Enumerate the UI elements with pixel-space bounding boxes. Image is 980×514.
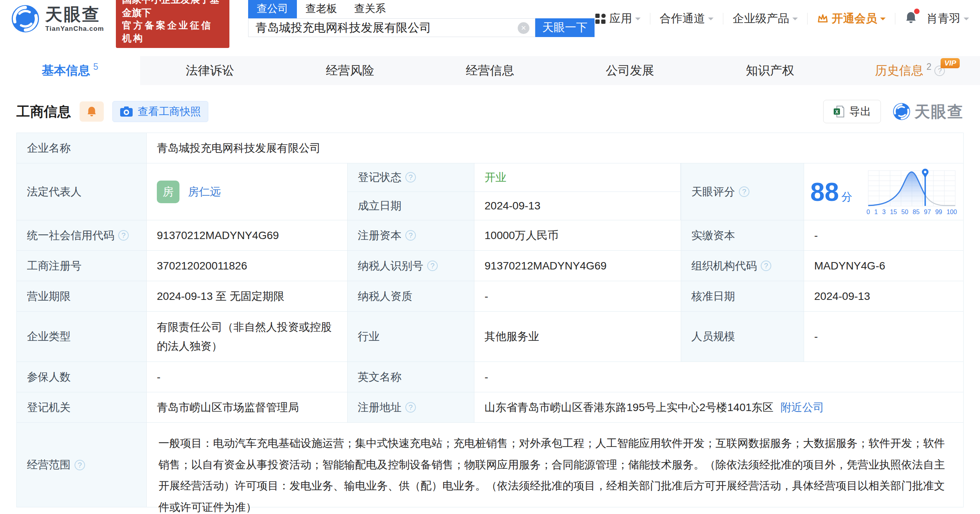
help-icon[interactable]: ?	[405, 172, 416, 183]
tick-label: 0	[866, 209, 870, 216]
table-row: 法定代表人 房 房仁远 登记状态 ? 开业 成立日期 2024-09-13 天眼…	[17, 163, 963, 220]
search-button[interactable]: 天眼一下	[535, 18, 595, 37]
tab-intellectual-property[interactable]: 知识产权	[700, 56, 840, 85]
business-term-label: 营业期限	[17, 281, 147, 311]
tab-legal-litigation-label: 法律诉讼	[186, 62, 234, 79]
business-info-table: 企业名称 青岛城投充电网科技发展有限公司 法定代表人 房 房仁远 登记状态 ? …	[16, 133, 964, 507]
tab-basic-info-label: 基本信息	[42, 62, 90, 79]
legal-rep-link[interactable]: 房仁远	[188, 184, 221, 199]
tab-business-info-label: 经营信息	[466, 62, 514, 79]
menu-open-vip[interactable]: 开通会员	[817, 11, 886, 27]
menu-apps-label: 应用	[609, 11, 632, 27]
help-icon[interactable]: ?	[75, 460, 85, 470]
reg-status-label: 登记状态	[358, 170, 401, 185]
tab-business-risk[interactable]: 经营风险	[280, 56, 420, 85]
approval-date-label: 核准日期	[681, 281, 804, 311]
taxpayer-id-value: 91370212MADYNY4G69	[474, 251, 681, 281]
export-button[interactable]: X 导出	[823, 100, 881, 123]
paid-capital-value: -	[804, 220, 963, 250]
taxpayer-id-label: 纳税人识别号	[358, 259, 423, 273]
insured-count-value: -	[147, 362, 348, 392]
legal-rep-avatar[interactable]: 房	[157, 181, 179, 203]
menu-cooperation-label: 合作通道	[660, 11, 705, 27]
business-snapshot-button[interactable]: 查看工商快照	[112, 101, 208, 122]
table-row: 工商注册号 370212020011826 纳税人识别号 ? 91370212M…	[17, 251, 963, 281]
search-box: ×	[248, 18, 535, 37]
search-tab-company[interactable]: 查公司	[248, 0, 297, 18]
industry-value: 其他服务业	[474, 312, 681, 362]
staff-size-value: -	[804, 312, 963, 362]
tick-label: 85	[913, 209, 920, 216]
top-header: 天眼查 TianYanCha.com 国家中小企业发展子基金旗下 官方备案企业征…	[0, 0, 980, 37]
tab-history-info-count: 2	[927, 62, 932, 72]
tick-label: 100	[946, 209, 957, 216]
tab-history-info[interactable]: VIP 历史信息 2 ?	[840, 56, 980, 85]
chevron-down-icon	[880, 18, 886, 23]
logo-text: 天眼查	[45, 6, 104, 23]
section-header: 工商信息 查看工商快照 X 导出	[16, 100, 964, 123]
search-tab-relation[interactable]: 查关系	[346, 0, 394, 18]
help-icon[interactable]: ?	[118, 230, 129, 241]
reg-number-value: 370212020011826	[147, 251, 348, 281]
company-nav-tabs: 基本信息 5 法律诉讼 经营风险 经营信息 公司发展 知识产权 VIP 历史信息…	[0, 56, 980, 85]
apps-grid-icon	[595, 13, 606, 25]
search-tabs: 查公司 查老板 查关系	[248, 3, 595, 18]
export-label: 导出	[849, 104, 871, 119]
tab-business-info[interactable]: 经营信息	[420, 56, 560, 85]
tab-business-risk-label: 经营风险	[326, 62, 374, 79]
help-icon[interactable]: ?	[739, 186, 749, 197]
help-icon[interactable]: ?	[761, 261, 771, 271]
menu-apps[interactable]: 应用	[595, 11, 641, 27]
user-menu[interactable]: 肖青羽	[927, 11, 969, 27]
vip-badge: VIP	[941, 58, 960, 68]
menu-enterprise-products[interactable]: 企业级产品	[733, 11, 798, 27]
table-row: 经营范围 ? 一般项目：电动汽车充电基础设施运营；集中式快速充电站；充电桩销售；…	[17, 423, 963, 507]
chevron-down-icon	[708, 18, 714, 23]
tab-legal-litigation[interactable]: 法律诉讼	[140, 56, 280, 85]
search-input[interactable]	[249, 19, 535, 37]
notifications-bell[interactable]	[905, 11, 917, 27]
crown-icon	[817, 13, 829, 25]
taxpayer-quality-value: -	[474, 281, 681, 311]
industry-label: 行业	[348, 312, 474, 362]
clear-search-icon[interactable]: ×	[518, 22, 529, 34]
org-code-value: MADYNY4G-6	[804, 251, 963, 281]
tab-company-development[interactable]: 公司发展	[560, 56, 700, 85]
paid-capital-label: 实缴资本	[681, 220, 804, 250]
tick-label: 50	[901, 209, 908, 216]
table-row: 登记状态 ? 开业	[348, 163, 681, 192]
business-term-value: 2024-09-13 至 无固定期限	[147, 281, 348, 311]
credit-code-value: 91370212MADYNY4G69	[147, 220, 348, 250]
table-row: 营业期限 2024-09-13 至 无固定期限 纳税人资质 - 核准日期 202…	[17, 281, 963, 312]
legal-rep-label: 法定代表人	[17, 163, 147, 220]
tianyancha-logo[interactable]: 天眼查 TianYanCha.com	[11, 4, 104, 33]
english-name-label: 英文名称	[348, 362, 474, 392]
divider	[723, 13, 723, 25]
tab-history-info-label: 历史信息	[875, 62, 923, 79]
business-scope-label: 经营范围	[27, 457, 71, 472]
company-name-value: 青岛城投充电网科技发展有限公司	[147, 133, 963, 163]
help-icon[interactable]: ?	[427, 261, 438, 271]
help-icon[interactable]: ?	[405, 230, 416, 241]
score-curve-chart	[866, 168, 957, 207]
divider	[650, 13, 650, 25]
reg-authority-value: 青岛市崂山区市场监督管理局	[147, 392, 348, 422]
nearby-companies-link[interactable]: 附近公司	[781, 400, 824, 415]
company-name-label: 企业名称	[17, 133, 147, 163]
business-scope-value: 一般项目：电动汽车充电基础设施运营；集中式快速充电站；充电桩销售；对外承包工程；…	[147, 423, 963, 514]
legal-rep-cell: 房 房仁远	[147, 163, 348, 220]
help-icon[interactable]: ?	[405, 402, 416, 413]
reg-address-cell: 山东省青岛市崂山区香港东路195号上实中心2号楼1401东区 附近公司	[474, 392, 963, 422]
top-menu: 应用 合作通道 企业级产品 开通会员	[595, 11, 969, 27]
reg-authority-label: 登记机关	[17, 392, 147, 422]
bell-icon	[86, 106, 97, 117]
watermark-logo: 天眼查	[893, 101, 964, 122]
monitor-bell-button[interactable]	[80, 101, 104, 122]
table-row: 参保人数 - 英文名称 -	[17, 362, 963, 392]
credit-code-label-cell: 统一社会信用代码 ?	[17, 220, 147, 250]
badge-line-1: 国家中小企业发展子基金旗下	[122, 0, 223, 19]
search-tab-boss[interactable]: 查老板	[297, 0, 346, 18]
tab-basic-info[interactable]: 基本信息 5	[0, 56, 140, 85]
menu-cooperation[interactable]: 合作通道	[660, 11, 714, 27]
tianyancha-logo-icon	[11, 4, 40, 33]
